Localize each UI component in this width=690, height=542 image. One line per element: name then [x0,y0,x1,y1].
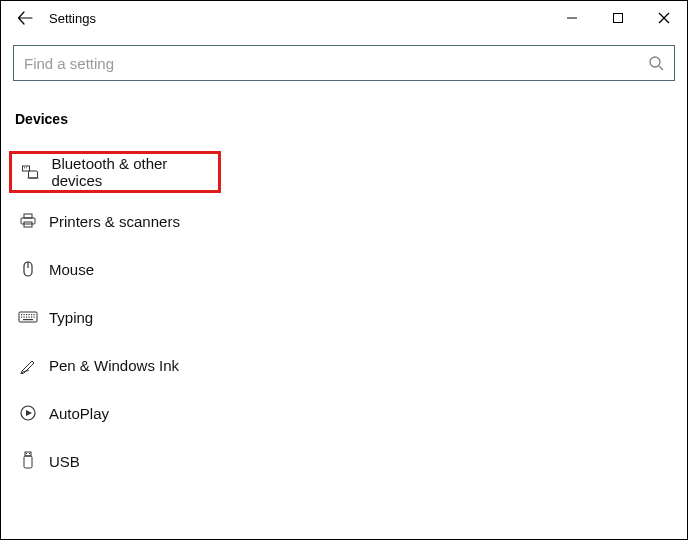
svg-rect-6 [22,166,29,171]
minimize-icon [566,12,578,24]
nav-item-printers[interactable]: Printers & scanners [9,199,687,243]
svg-rect-27 [31,317,32,318]
nav-item-label: Printers & scanners [49,213,180,230]
svg-rect-32 [25,452,31,456]
svg-rect-11 [24,214,32,218]
svg-rect-22 [34,314,35,315]
pen-icon [17,356,39,374]
svg-rect-21 [31,314,32,315]
svg-line-5 [659,66,663,70]
maximize-icon [612,12,624,24]
nav-item-typing[interactable]: Typing [9,295,687,339]
nav-item-label: AutoPlay [49,405,109,422]
svg-rect-34 [29,453,30,454]
window-title: Settings [49,11,96,26]
svg-point-4 [650,57,660,67]
devices-icon [20,164,41,180]
titlebar-left: Settings [1,1,96,35]
svg-rect-33 [26,453,27,454]
svg-rect-12 [21,218,35,224]
maximize-button[interactable] [595,1,641,35]
nav-item-bluetooth[interactable]: Bluetooth & other devices [9,151,221,193]
svg-marker-31 [26,410,32,416]
svg-rect-25 [26,317,27,318]
svg-rect-29 [23,319,33,320]
mouse-icon [17,260,39,278]
minimize-button[interactable] [549,1,595,35]
nav-item-autoplay[interactable]: AutoPlay [9,391,687,435]
settings-nav-list: Bluetooth & other devices Printers & sca… [1,151,687,483]
svg-rect-24 [24,317,25,318]
printer-icon [17,213,39,229]
search-container: Find a setting [13,45,675,81]
svg-rect-8 [26,167,27,168]
svg-rect-28 [34,317,35,318]
close-button[interactable] [641,1,687,35]
svg-rect-19 [26,314,27,315]
section-header: Devices [15,111,687,127]
svg-rect-20 [29,314,30,315]
nav-item-label: Mouse [49,261,94,278]
search-placeholder: Find a setting [24,55,114,72]
arrow-left-icon [17,10,33,26]
svg-rect-23 [21,317,22,318]
svg-rect-17 [21,314,22,315]
keyboard-icon [17,310,39,324]
nav-item-label: Pen & Windows Ink [49,357,179,374]
nav-item-usb[interactable]: USB [9,439,687,483]
svg-rect-7 [24,167,25,168]
close-icon [658,12,670,24]
titlebar: Settings [1,1,687,35]
svg-rect-18 [24,314,25,315]
search-icon [648,55,664,71]
svg-rect-9 [28,171,37,178]
svg-rect-1 [614,14,623,23]
nav-item-label: USB [49,453,80,470]
caption-buttons [549,1,687,35]
usb-icon [17,451,39,471]
svg-rect-26 [29,317,30,318]
nav-item-pen[interactable]: Pen & Windows Ink [9,343,687,387]
settings-window: Settings Find a setting [0,0,688,540]
back-button[interactable] [1,1,49,35]
nav-item-label: Bluetooth & other devices [51,155,218,189]
nav-item-label: Typing [49,309,93,326]
svg-rect-35 [24,456,32,468]
autoplay-icon [17,404,39,422]
search-input[interactable]: Find a setting [13,45,675,81]
nav-item-mouse[interactable]: Mouse [9,247,687,291]
